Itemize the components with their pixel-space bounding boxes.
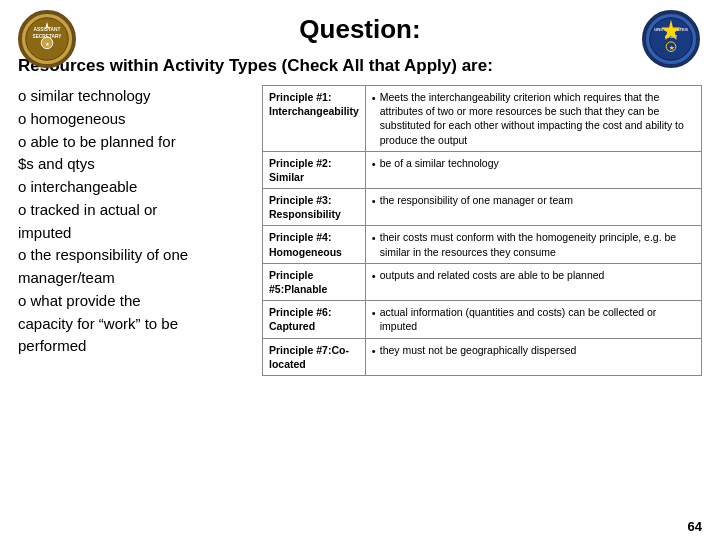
page: ASSISTANT SECRETARY ★ Question: UNITED S…	[0, 0, 720, 540]
table-row: Principle #2: Similar•be of a similar te…	[263, 151, 702, 188]
logo-left: ASSISTANT SECRETARY ★	[18, 10, 78, 70]
principle-cell: Principle #4: Homogeneous	[263, 226, 366, 263]
svg-text:ASSISTANT: ASSISTANT	[34, 27, 61, 32]
description-text: actual information (quantities and costs…	[380, 305, 695, 333]
list-item: imputed	[18, 222, 248, 244]
bullet-icon: •	[372, 231, 376, 246]
bullet-icon: •	[372, 344, 376, 359]
table-row: Principle #3: Responsibility•the respons…	[263, 189, 702, 226]
description-cell: •outputs and related costs are able to b…	[365, 263, 701, 300]
left-list: o similar technology o homogeneous o abl…	[18, 85, 248, 357]
list-item: o tracked in actual or	[18, 199, 248, 221]
right-column: Principle #1: Interchangeability•Meets t…	[262, 85, 702, 376]
header: ASSISTANT SECRETARY ★ Question: UNITED S…	[18, 10, 702, 49]
list-item: manager/team	[18, 267, 248, 289]
list-item: o able to be planned for	[18, 131, 248, 153]
list-item: $s and qtys	[18, 153, 248, 175]
description-cell: •be of a similar technology	[365, 151, 701, 188]
list-item: o what provide the	[18, 290, 248, 312]
content-row: o similar technology o homogeneous o abl…	[18, 85, 702, 376]
bullet-icon: •	[372, 306, 376, 321]
principle-cell: Principle #7:Co-located	[263, 338, 366, 375]
description-text: be of a similar technology	[380, 156, 499, 170]
list-item: capacity for “work” to be	[18, 313, 248, 335]
subtitle: Resources within Activity Types (Check A…	[18, 55, 702, 77]
principle-cell: Principle #3: Responsibility	[263, 189, 366, 226]
logo-right-circle: UNITED STATES ARMY ★	[642, 10, 700, 68]
description-text: their costs must conform with the homoge…	[380, 230, 695, 258]
bullet-icon: •	[372, 269, 376, 284]
description-cell: •their costs must conform with the homog…	[365, 226, 701, 263]
principle-cell: Principle #5:Planable	[263, 263, 366, 300]
description-text: outputs and related costs are able to be…	[380, 268, 605, 282]
list-item: o similar technology	[18, 85, 248, 107]
description-text: the responsibility of one manager or tea…	[380, 193, 573, 207]
bullet-icon: •	[372, 194, 376, 209]
list-item: o the responsibility of one	[18, 244, 248, 266]
table-row: Principle #6: Captured•actual informatio…	[263, 301, 702, 338]
list-item: o interchangeable	[18, 176, 248, 198]
description-cell: •actual information (quantities and cost…	[365, 301, 701, 338]
table-row: Principle #4: Homogeneous•their costs mu…	[263, 226, 702, 263]
logo-right: UNITED STATES ARMY ★	[642, 10, 702, 70]
table-row: Principle #7:Co-located•they must not be…	[263, 338, 702, 375]
description-cell: •Meets the interchangeability criterion …	[365, 86, 701, 152]
page-title: Question:	[18, 10, 702, 49]
description-cell: •the responsibility of one manager or te…	[365, 189, 701, 226]
description-text: Meets the interchangeability criterion w…	[380, 90, 695, 147]
principles-table: Principle #1: Interchangeability•Meets t…	[262, 85, 702, 376]
principle-cell: Principle #2: Similar	[263, 151, 366, 188]
page-number: 64	[688, 519, 702, 534]
table-row: Principle #1: Interchangeability•Meets t…	[263, 86, 702, 152]
list-item: o homogeneous	[18, 108, 248, 130]
principle-cell: Principle #6: Captured	[263, 301, 366, 338]
description-cell: •they must not be geographically dispers…	[365, 338, 701, 375]
table-row: Principle #5:Planable•outputs and relate…	[263, 263, 702, 300]
description-text: they must not be geographically disperse…	[380, 343, 577, 357]
left-column: o similar technology o homogeneous o abl…	[18, 85, 248, 358]
list-item: performed	[18, 335, 248, 357]
bullet-icon: •	[372, 157, 376, 172]
bullet-icon: •	[372, 91, 376, 106]
logo-left-circle: ASSISTANT SECRETARY ★	[18, 10, 76, 68]
principle-cell: Principle #1: Interchangeability	[263, 86, 366, 152]
